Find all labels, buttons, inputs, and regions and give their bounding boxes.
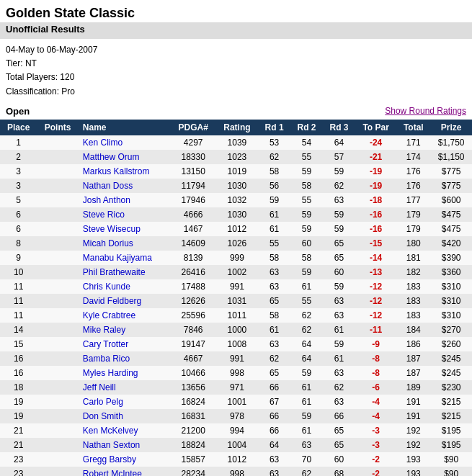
- cell-points: [37, 207, 79, 222]
- player-link[interactable]: Jeff Neill: [83, 382, 116, 392]
- player-link[interactable]: Steve Rico: [83, 210, 125, 220]
- player-link[interactable]: Steve Wisecup: [83, 224, 141, 234]
- player-link[interactable]: Chris Kunde: [83, 282, 130, 292]
- cell-rating: 978: [216, 409, 258, 423]
- cell-name[interactable]: Ken McKelvey: [79, 423, 171, 438]
- cell-pdga: 4667: [171, 351, 216, 366]
- cell-total: 176: [396, 164, 430, 179]
- cell-rd3: 57: [323, 150, 355, 164]
- cell-pdga: 4666: [171, 207, 216, 222]
- cell-rd2: 61: [290, 395, 323, 409]
- player-link[interactable]: Ken McKelvey: [83, 426, 138, 436]
- player-link[interactable]: Don Smith: [83, 411, 123, 421]
- cell-rd2: 59: [290, 222, 323, 236]
- cell-place: 2: [0, 150, 37, 164]
- col-rd1: Rd 1: [258, 120, 290, 135]
- cell-rd1: 61: [258, 323, 290, 337]
- cell-rd3: 63: [323, 308, 355, 323]
- cell-name[interactable]: Cary Trotter: [79, 337, 171, 351]
- cell-rating: 1001: [216, 395, 258, 409]
- cell-rd2: 58: [290, 251, 323, 265]
- table-row: 15Cary Trotter191471008636459-9186$260: [0, 337, 472, 351]
- player-link[interactable]: Matthew Orum: [83, 152, 140, 162]
- player-link[interactable]: Carlo Pelg: [83, 397, 123, 407]
- player-link[interactable]: Nathan Doss: [83, 181, 133, 191]
- cell-name[interactable]: Carlo Pelg: [79, 395, 171, 409]
- player-link[interactable]: Cary Trotter: [83, 339, 128, 349]
- player-link[interactable]: Markus Kallstrom: [83, 166, 150, 176]
- cell-points: [37, 222, 79, 236]
- player-link[interactable]: Kyle Crabtree: [83, 310, 135, 320]
- cell-rd2: 55: [290, 193, 323, 207]
- cell-name[interactable]: Nathan Sexton: [79, 438, 171, 452]
- player-link[interactable]: Ken Climo: [83, 138, 123, 148]
- table-row: 16Bamba Rico4667991626461-8187$245: [0, 351, 472, 366]
- player-link[interactable]: Nathan Sexton: [83, 440, 140, 450]
- cell-name[interactable]: Matthew Orum: [79, 150, 171, 164]
- cell-place: 14: [0, 323, 37, 337]
- cell-points: [37, 438, 79, 452]
- cell-name[interactable]: Jeff Neill: [79, 380, 171, 395]
- cell-rating: 1032: [216, 193, 258, 207]
- cell-place: 10: [0, 265, 37, 279]
- cell-rd2: 55: [290, 294, 323, 308]
- player-link[interactable]: Mike Raley: [83, 325, 125, 335]
- cell-name[interactable]: Robert McIntee: [79, 467, 171, 476]
- cell-topar: -12: [355, 308, 396, 323]
- cell-name[interactable]: Bamba Rico: [79, 351, 171, 366]
- table-row: 9Manabu Kajiyama8139999585865-14181$390: [0, 251, 472, 265]
- cell-topar: -19: [355, 164, 396, 179]
- cell-name[interactable]: Ken Climo: [79, 135, 171, 150]
- player-link[interactable]: Gregg Barsby: [83, 454, 136, 464]
- cell-name[interactable]: Don Smith: [79, 409, 171, 423]
- cell-place: 16: [0, 366, 37, 380]
- player-link[interactable]: Myles Harding: [83, 368, 138, 378]
- cell-name[interactable]: Gregg Barsby: [79, 452, 171, 467]
- cell-name[interactable]: Josh Anthon: [79, 193, 171, 207]
- cell-name[interactable]: Micah Dorius: [79, 236, 171, 251]
- table-header-row: Place Points Name PDGA# Rating Rd 1 Rd 2…: [0, 120, 472, 135]
- cell-rd3: 59: [323, 207, 355, 222]
- cell-points: [37, 409, 79, 423]
- cell-pdga: 28234: [171, 467, 216, 476]
- cell-place: 9: [0, 251, 37, 265]
- cell-name[interactable]: Kyle Crabtree: [79, 308, 171, 323]
- player-link[interactable]: Phil Brathewaite: [83, 267, 146, 277]
- cell-name[interactable]: Chris Kunde: [79, 279, 171, 294]
- player-link[interactable]: Bamba Rico: [83, 354, 130, 364]
- cell-name[interactable]: Phil Brathewaite: [79, 265, 171, 279]
- cell-name[interactable]: Mike Raley: [79, 323, 171, 337]
- cell-pdga: 17488: [171, 279, 216, 294]
- cell-name[interactable]: Steve Wisecup: [79, 222, 171, 236]
- cell-name[interactable]: Steve Rico: [79, 207, 171, 222]
- cell-rd2: 59: [290, 164, 323, 179]
- player-link[interactable]: Josh Anthon: [83, 195, 130, 205]
- player-link[interactable]: David Feldberg: [83, 296, 141, 306]
- cell-pdga: 17946: [171, 193, 216, 207]
- cell-topar: -6: [355, 380, 396, 395]
- cell-pdga: 1467: [171, 222, 216, 236]
- player-link[interactable]: Manabu Kajiyama: [83, 253, 152, 263]
- player-link[interactable]: Micah Dorius: [83, 238, 133, 248]
- table-row: 19Don Smith16831978665966-4191$215: [0, 409, 472, 423]
- cell-rd1: 63: [258, 337, 290, 351]
- cell-name[interactable]: Manabu Kajiyama: [79, 251, 171, 265]
- cell-place: 3: [0, 164, 37, 179]
- cell-rd2: 63: [290, 438, 323, 452]
- cell-rd1: 63: [258, 467, 290, 476]
- cell-rd1: 66: [258, 380, 290, 395]
- cell-points: [37, 308, 79, 323]
- cell-rating: 994: [216, 423, 258, 438]
- cell-name[interactable]: David Feldberg: [79, 294, 171, 308]
- cell-name[interactable]: Markus Kallstrom: [79, 164, 171, 179]
- cell-topar: -8: [355, 366, 396, 380]
- col-rd3: Rd 3: [323, 120, 355, 135]
- cell-name[interactable]: Myles Harding: [79, 366, 171, 380]
- cell-rd2: 62: [290, 323, 323, 337]
- player-link[interactable]: Robert McIntee: [83, 469, 142, 476]
- show-round-ratings-link[interactable]: Show Round Ratings: [385, 106, 466, 116]
- cell-topar: -12: [355, 279, 396, 294]
- cell-place: 21: [0, 423, 37, 438]
- cell-total: 183: [396, 279, 430, 294]
- cell-name[interactable]: Nathan Doss: [79, 179, 171, 193]
